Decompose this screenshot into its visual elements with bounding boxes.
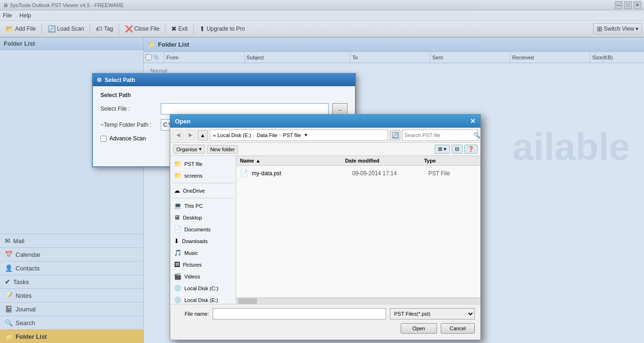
breadcrumb-dropdown-icon[interactable]: ▾ — [305, 132, 307, 138]
organise-label: Organise — [176, 147, 198, 152]
up-button[interactable]: ▲ — [198, 130, 208, 140]
open-button[interactable]: Open — [401, 323, 437, 334]
files-column-headers: Name ▲ Date modified Type — [236, 156, 480, 166]
advance-scan-label: Advance Scan — [109, 135, 146, 142]
breadcrumb-part-3[interactable]: PST file — [283, 132, 301, 138]
sidebar-local-e[interactable]: 💿 Local Disk (E:) — [170, 294, 236, 304]
this-pc-icon: 💻 — [174, 202, 182, 209]
breadcrumb-part-2[interactable]: Data File — [256, 132, 277, 138]
sidebar-downloads[interactable]: ⬇ Downloads — [170, 235, 236, 247]
file-name-label: File name: — [176, 311, 209, 317]
view-grid-icon: ⊞ — [438, 146, 442, 152]
open-toolbar: Organise ▾ New folder ⊞ ▾ ⊟ ❓ — [170, 143, 480, 156]
select-path-section: Select Path — [100, 92, 347, 98]
open-dialog-close-button[interactable]: ✕ — [470, 117, 476, 125]
sidebar-videos[interactable]: 🎬 Videos — [170, 270, 236, 282]
open-sidebar: 📁 PST file 📁 screens ☁ OneDrive 💻 This P… — [170, 156, 236, 304]
file-name: my-data.pst — [252, 170, 348, 177]
sidebar-pst-file[interactable]: 📁 PST file — [170, 158, 236, 170]
breadcrumb-part-1[interactable]: « Local Disk (E:) — [213, 132, 251, 138]
onedrive-icon: ☁ — [174, 187, 180, 194]
search-box: 🔍 — [402, 130, 478, 141]
breadcrumb-sep-2: › — [279, 132, 281, 138]
music-icon: 🎵 — [174, 249, 182, 256]
footer-buttons: Open Cancel — [176, 323, 475, 334]
select-file-input[interactable] — [161, 103, 329, 114]
select-file-label: Select File : — [100, 106, 157, 112]
sidebar-divider-1 — [172, 183, 234, 183]
view-arrow: ▾ — [444, 146, 446, 152]
select-path-title-bar: ⚙ Select Path — [93, 74, 355, 86]
preview-icon: ⊟ — [455, 146, 459, 152]
file-type-select[interactable]: PST Files(*.pst) — [390, 308, 475, 319]
view-options-button[interactable]: ⊞ ▾ — [435, 145, 450, 154]
forward-button[interactable]: ▶ — [185, 130, 196, 140]
col-type-header[interactable]: Type — [424, 158, 477, 163]
sort-arrow: ▲ — [256, 158, 261, 163]
open-file-dialog: Open ✕ ◀ ▶ ▲ « Local Disk (E:) › Data Fi… — [170, 114, 481, 340]
sidebar-documents[interactable]: 📄 Documents — [170, 223, 236, 235]
open-nav-bar: ◀ ▶ ▲ « Local Disk (E:) › Data File › PS… — [170, 128, 480, 143]
col-name-header[interactable]: Name ▲ — [240, 158, 345, 163]
local-e-icon: 💿 — [174, 296, 182, 303]
new-folder-label: New folder — [210, 147, 235, 152]
sidebar-screens[interactable]: 📁 screens — [170, 170, 236, 181]
desktop-icon: 🖥 — [174, 214, 180, 221]
refresh-button[interactable]: 🔄 — [390, 130, 400, 140]
sidebar-divider-2 — [172, 198, 234, 198]
pictures-icon: 🖼 — [174, 261, 180, 268]
screens-folder-icon: 📁 — [174, 172, 182, 179]
new-folder-button[interactable]: New folder — [207, 145, 239, 154]
open-footer: File name: PST Files(*.pst) Open Cancel — [170, 304, 480, 340]
sidebar-local-c[interactable]: 💿 Local Disk (C:) — [170, 282, 236, 294]
file-name-row: File name: PST Files(*.pst) — [176, 308, 475, 319]
search-icon[interactable]: 🔍 — [471, 132, 482, 139]
file-name-input[interactable] — [213, 308, 386, 319]
file-item[interactable]: 📄 my-data.pst 09-09-2014 17:14 PST File — [238, 168, 479, 179]
cancel-button[interactable]: Cancel — [441, 323, 475, 334]
sidebar-pictures[interactable]: 🖼 Pictures — [170, 259, 236, 270]
horizontal-scrollbar[interactable] — [236, 297, 480, 304]
back-button[interactable]: ◀ — [173, 130, 183, 140]
open-files-area: Name ▲ Date modified Type 📄 my-data.pst … — [236, 156, 480, 304]
breadcrumb-bar: « Local Disk (E:) › Data File › PST file… — [210, 130, 388, 141]
downloads-icon: ⬇ — [174, 237, 179, 245]
open-dialog-title-bar: Open ✕ — [170, 114, 480, 128]
organise-button[interactable]: Organise ▾ — [173, 145, 205, 154]
help-button[interactable]: ❓ — [464, 145, 478, 154]
pst-folder-icon: 📁 — [174, 160, 182, 167]
temp-folder-label: ~Temp Folder Path : — [100, 122, 157, 128]
open-body: 📁 PST file 📁 screens ☁ OneDrive 💻 This P… — [170, 156, 480, 304]
local-c-icon: 💿 — [174, 285, 182, 292]
file-type: PST File — [429, 170, 477, 177]
search-input[interactable] — [403, 132, 471, 138]
sidebar-this-pc[interactable]: 💻 This PC — [170, 200, 236, 212]
sidebar-music[interactable]: 🎵 Music — [170, 247, 236, 259]
file-date: 09-09-2014 17:14 — [352, 170, 425, 177]
help-icon: ❓ — [468, 146, 474, 152]
documents-icon: 📄 — [174, 226, 182, 233]
breadcrumb-sep-1: › — [253, 132, 255, 138]
select-file-row: Select File : ... — [100, 103, 347, 114]
sidebar-onedrive[interactable]: ☁ OneDrive — [170, 185, 236, 196]
sidebar-desktop[interactable]: 🖥 Desktop — [170, 212, 236, 223]
browse-button[interactable]: ... — [332, 103, 347, 114]
col-date-header[interactable]: Date modified — [345, 158, 424, 163]
videos-icon: 🎬 — [174, 273, 182, 280]
organise-arrow: ▾ — [199, 146, 202, 152]
open-dialog-title: Open — [175, 118, 190, 125]
select-path-icon: ⚙ — [97, 77, 102, 83]
select-path-title: Select Path — [105, 77, 135, 83]
files-list: 📄 my-data.pst 09-09-2014 17:14 PST File — [236, 166, 480, 297]
file-pst-icon: 📄 — [240, 170, 248, 177]
advance-scan-checkbox[interactable] — [100, 136, 107, 142]
preview-pane-button[interactable]: ⊟ — [452, 145, 462, 154]
